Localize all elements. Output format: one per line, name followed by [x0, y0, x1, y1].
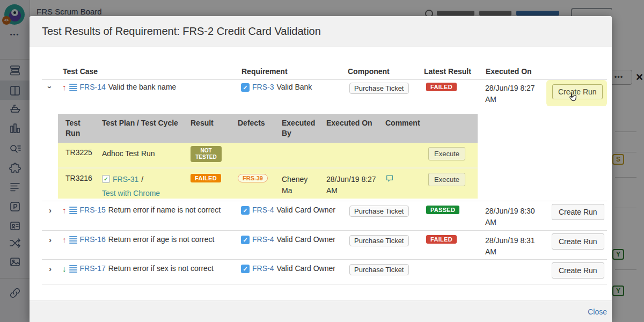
priority-lowest-icon: ↓	[62, 264, 67, 273]
requirement-name: Valid Bank	[276, 83, 312, 91]
test-plan-icon: ✓	[102, 175, 110, 183]
dialog-footer: Close	[30, 301, 612, 322]
row-divider	[42, 284, 607, 284]
requirement-icon: ✓	[241, 83, 250, 92]
status-badge-failed: FAILED	[426, 235, 457, 244]
create-run-button[interactable]: Create Run	[552, 233, 604, 250]
component-badge: Purchase Ticket	[349, 264, 409, 275]
test-plan-name: Adhoc Test Run	[102, 148, 184, 159]
requirement-name: Valid Card Owner	[276, 264, 335, 273]
chevron-right-icon[interactable]: ›	[49, 264, 52, 273]
priority-highest-icon: ↑	[62, 206, 67, 215]
dialog-header: Test Results of Requirement: FRS-2 Credi…	[30, 16, 612, 47]
col-header-test-case: Test Case	[63, 67, 98, 76]
subcol-test-plan: Test Plan / Test Cycle	[102, 118, 193, 128]
subcol-comment: Comment	[385, 118, 420, 128]
col-header-executed-on: Executed On	[486, 67, 532, 76]
component-badge: Purchase Ticket	[349, 235, 409, 246]
execute-button[interactable]: Execute	[428, 147, 465, 160]
dialog-title: Test Results of Requirement: FRS-2 Credi…	[30, 16, 612, 47]
requirement-link[interactable]: FRS-4	[252, 264, 274, 273]
subcol-executed-on: Executed On	[326, 118, 372, 128]
requirement-link[interactable]: FRS-3	[252, 83, 274, 91]
priority-highest-icon: ↑	[62, 83, 67, 92]
dialog-body: Test Case Requirement Component Latest R…	[30, 47, 612, 301]
test-plan-link[interactable]: FRS-31	[113, 174, 138, 185]
subcol-test-run: Test Run	[65, 118, 89, 138]
test-case-icon	[69, 207, 77, 215]
test-run-id: TR3225	[65, 148, 92, 157]
row-divider	[42, 259, 607, 260]
test-run-id: TR3216	[65, 174, 92, 182]
test-run-row: TR3216 ✓ FRS-31 / Test with Chrome FAILE…	[58, 167, 478, 199]
subtable-header: Test Run Test Plan / Test Cycle Result D…	[58, 114, 478, 143]
requirement-link[interactable]: FRS-4	[252, 206, 274, 214]
result-badge-not-tested: NOT TESTED	[191, 146, 222, 162]
executed-on-value: 28/Jun/19 8:30 AM	[485, 206, 540, 228]
requirement-icon: ✓	[241, 265, 250, 273]
row-divider	[42, 230, 607, 231]
test-case-icon	[69, 84, 77, 92]
row-divider	[42, 201, 607, 201]
test-case-summary: Return error if name is not correct	[108, 206, 221, 214]
test-case-link[interactable]: FRS-15	[80, 206, 106, 214]
executed-on-value: 28/Jun/19 8:31 AM	[485, 235, 540, 258]
test-results-dialog: Test Results of Requirement: FRS-2 Credi…	[30, 16, 612, 322]
test-case-summary: Return error if sex is not correct	[108, 264, 214, 273]
status-badge-passed: PASSED	[426, 206, 459, 214]
component-badge: Purchase Ticket	[349, 83, 409, 94]
plan-separator: /	[141, 174, 143, 185]
test-cycle-link[interactable]: Test with Chrome	[102, 188, 160, 199]
table-header-divider	[42, 79, 607, 79]
subcol-defects: Defects	[238, 118, 265, 128]
cursor-pointer-icon	[567, 92, 579, 105]
component-badge: Purchase Ticket	[349, 206, 409, 217]
test-case-link[interactable]: FRS-14	[80, 83, 106, 91]
subcol-result: Result	[191, 118, 214, 128]
close-link[interactable]: Close	[588, 301, 607, 322]
test-case-icon	[69, 236, 77, 244]
executed-by-value: Cheney Ma	[282, 174, 319, 196]
result-badge-failed: FAILED	[191, 174, 221, 182]
requirement-icon: ✓	[241, 236, 250, 244]
create-run-button[interactable]: Create Run	[552, 262, 604, 279]
test-case-link[interactable]: FRS-16	[80, 235, 106, 244]
test-run-row: TR3225 Adhoc Test Run NOT TESTED Execute	[58, 143, 478, 167]
defect-badge[interactable]: FRS-39	[238, 174, 268, 182]
test-case-link[interactable]: FRS-17	[80, 264, 106, 273]
requirement-icon: ✓	[241, 206, 250, 215]
requirement-name: Valid Card Owner	[276, 235, 335, 244]
col-header-latest-result: Latest Result	[424, 67, 471, 76]
executed-on-value: 28/Jun/19 8:27 AM	[326, 174, 382, 196]
chevron-right-icon[interactable]: ›	[49, 235, 52, 244]
chevron-right-icon[interactable]: ›	[49, 206, 52, 215]
requirement-name: Valid Card Owner	[276, 206, 335, 214]
create-run-button[interactable]: Create Run	[552, 204, 604, 220]
chevron-down-icon[interactable]: ›	[49, 83, 52, 92]
priority-highest-icon: ↑	[62, 235, 67, 244]
executed-on-value: 28/Jun/19 8:27 AM	[485, 83, 540, 105]
subcol-executed-by: Executed By	[282, 118, 320, 138]
test-case-summary: Valid the bank name	[108, 83, 177, 91]
status-badge-failed: FAILED	[426, 83, 457, 91]
test-runs-subtable: Test Run Test Plan / Test Cycle Result D…	[58, 114, 478, 199]
test-case-summary: Return error if age is not correct	[108, 235, 215, 244]
requirement-link[interactable]: FRS-4	[252, 235, 274, 244]
col-header-component: Component	[348, 67, 390, 76]
comment-icon[interactable]	[385, 174, 394, 182]
col-header-requirement: Requirement	[241, 67, 288, 76]
execute-button[interactable]: Execute	[428, 173, 465, 186]
test-case-icon	[69, 265, 77, 273]
